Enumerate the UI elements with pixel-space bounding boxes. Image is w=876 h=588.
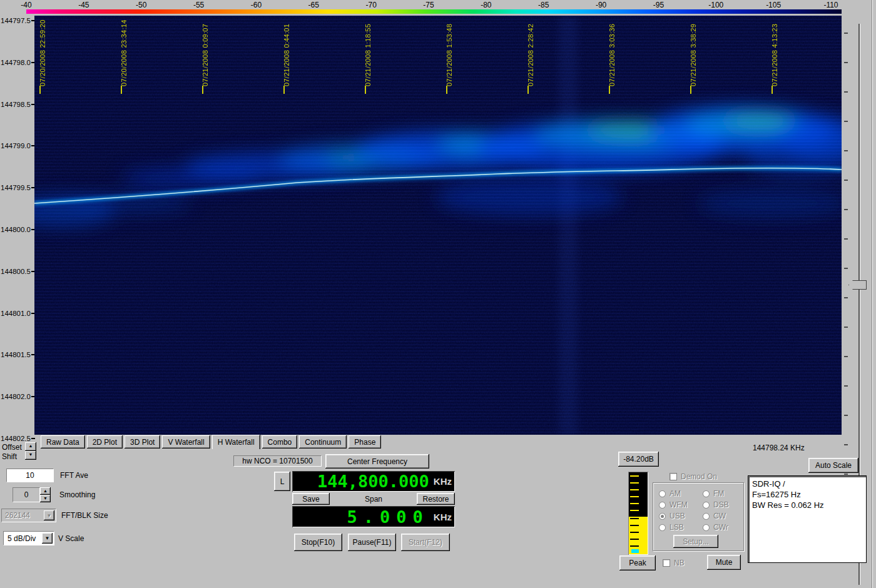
mode-label: AM — [670, 489, 681, 498]
waterfall-timestamp-tick — [365, 86, 366, 94]
device-name: SDR-IQ / — [752, 479, 862, 489]
radio-icon — [659, 502, 666, 509]
tab-continuum[interactable]: Continuum — [299, 435, 347, 449]
mode-radio-am[interactable]: AM — [659, 489, 681, 498]
hw-nco-readout: hw NCO = 10701500 — [233, 455, 322, 467]
pause-button[interactable]: Pause(F11) — [348, 534, 396, 551]
center-frequency-unit: KHz — [434, 476, 452, 487]
freq-axis-label: 144797.5 — [1, 16, 31, 25]
span-value: 5.000 — [347, 507, 429, 527]
v-scale-value: 5 dB/Div — [8, 534, 36, 543]
center-frequency-display[interactable]: 144,800.000 KHz — [292, 471, 455, 492]
smoothing-label: Smoothing — [59, 490, 95, 499]
freq-axis-label: 144800.0 — [1, 225, 31, 234]
spectravue-window: -40-45-50-55-60-65-70-75-80-85-90-95-100… — [0, 0, 876, 588]
waterfall-display[interactable]: 07/20/2008 22:59:2007/20/2008 23:34:1407… — [34, 16, 842, 435]
mode-radio-wfm[interactable]: WFM — [659, 500, 688, 509]
save-button[interactable]: Save — [292, 493, 330, 505]
freq-axis-label: 144799.0 — [1, 141, 31, 150]
peak-button[interactable]: Peak — [619, 555, 656, 570]
freq-axis-label: 144800.5 — [1, 267, 31, 276]
nb-checkbox[interactable]: NB — [663, 559, 685, 567]
waterfall-timestamp: 07/21/2008 3:38:29 — [690, 24, 697, 86]
fft-blk-value: 262144 — [5, 511, 30, 520]
tab-h-waterfall[interactable]: H Waterfall — [212, 435, 260, 449]
cursor-frequency-readout: 144798.24 KHz — [753, 444, 805, 452]
mode-label: USB — [670, 512, 685, 520]
span-label: Span — [349, 495, 399, 504]
checkbox-icon — [663, 559, 670, 567]
mode-radio-fm[interactable]: FM — [703, 489, 724, 498]
fft-blk-combo[interactable]: 262144 ▼ — [1, 509, 56, 522]
db-scale-label: -75 — [423, 1, 434, 9]
mode-label: CWr — [713, 523, 728, 532]
freq-axis-label: 144801.5 — [1, 350, 31, 359]
mode-radio-cwr[interactable]: CWr — [703, 523, 728, 532]
fft-blk-dropdown-button[interactable]: ▼ — [44, 510, 54, 520]
chevron-down-icon: ▼ — [29, 452, 33, 457]
vertical-slider-thumb[interactable] — [848, 280, 867, 290]
restore-button[interactable]: Restore — [417, 493, 455, 505]
db-scale-label: -40 — [21, 1, 31, 9]
radio-icon — [659, 490, 666, 497]
v-scale-dropdown-button[interactable]: ▼ — [42, 533, 53, 544]
smoothing-up-button[interactable]: ▲ — [40, 487, 51, 495]
tab-3d-plot[interactable]: 3D Plot — [125, 435, 160, 449]
waterfall-timestamp-tick — [39, 86, 41, 94]
frequency-axis: 144797.5144798.0144798.5144799.0144799.5… — [0, 16, 34, 454]
waterfall-timestamp-tick — [446, 86, 447, 94]
freq-axis-label: 144801.0 — [1, 309, 31, 318]
mute-button[interactable]: Mute — [707, 555, 741, 570]
waterfall-timestamp: 07/21/2008 0:09:07 — [201, 24, 209, 86]
span-display[interactable]: 5.000 KHz — [292, 506, 455, 527]
tab-raw-data[interactable]: Raw Data — [41, 435, 85, 449]
offset-shift-down-button[interactable]: ▼ — [25, 451, 36, 460]
radio-icon — [703, 490, 710, 497]
control-panel: Raw Data2D Plot3D PlotV WaterfallH Water… — [0, 435, 842, 588]
fft-ave-label: FFT Ave — [60, 471, 88, 480]
chevron-up-icon: ▲ — [43, 489, 48, 493]
chevron-down-icon: ▼ — [45, 535, 50, 541]
db-scale-label: -55 — [193, 1, 204, 9]
db-scale-label: -90 — [596, 1, 606, 9]
setup-button[interactable]: Setup... — [673, 535, 718, 548]
waterfall-timestamp-tick — [121, 86, 122, 94]
tab-combo[interactable]: Combo — [262, 435, 298, 449]
device-fs: Fs=16275 Hz — [752, 489, 862, 500]
demod-on-checkbox[interactable]: Demod On — [670, 472, 717, 481]
freq-axis-label-text: 144799.0 — [1, 142, 31, 150]
freq-axis-label-text: 144798.5 — [1, 101, 31, 108]
db-scale-label: -65 — [308, 1, 319, 9]
waterfall-timestamp-tick — [202, 86, 203, 94]
mode-label: DSB — [713, 500, 729, 509]
freq-axis-label-text: 144797.5 — [1, 17, 31, 24]
start-button[interactable]: Start(F12) — [401, 534, 450, 551]
mode-radio-usb[interactable]: USB — [659, 512, 685, 520]
fft-ave-input[interactable] — [6, 469, 54, 482]
checkbox-icon — [670, 473, 677, 480]
auto-scale-button[interactable]: Auto Scale — [808, 458, 858, 473]
db-scale-label: -95 — [653, 1, 664, 9]
freq-axis-label: 144798.5 — [1, 100, 31, 109]
device-bw-res: BW Res = 0.062 Hz — [752, 500, 862, 510]
freq-axis-label: 144798.0 — [1, 58, 31, 67]
v-scale-combo[interactable]: 5 dB/Div ▼ — [3, 531, 54, 545]
lock-l-button[interactable]: L — [274, 472, 290, 491]
tab-phase[interactable]: Phase — [349, 435, 381, 449]
db-scale-label: -50 — [136, 1, 146, 9]
offset-shift-up-button[interactable]: ▲ — [25, 442, 36, 451]
stop-button[interactable]: Stop(F10) — [294, 534, 342, 551]
tab-2d-plot[interactable]: 2D Plot — [87, 435, 123, 449]
level-readout-button[interactable]: -84.20dB — [618, 452, 659, 467]
smoothing-down-button[interactable]: ▼ — [40, 495, 51, 502]
db-colorbar — [26, 9, 842, 14]
freq-axis-label-text: 144800.0 — [1, 226, 31, 233]
center-frequency-button[interactable]: Center Frequency — [325, 454, 429, 469]
mode-radio-cw[interactable]: CW — [703, 512, 726, 520]
waterfall-timestamp-tick — [283, 86, 285, 94]
mode-radio-dsb[interactable]: DSB — [703, 500, 729, 509]
smoothing-value[interactable]: 0 — [13, 487, 40, 502]
tab-v-waterfall[interactable]: V Waterfall — [162, 435, 210, 449]
waterfall-timestamp: 07/21/2008 2:28:42 — [527, 24, 534, 86]
mode-radio-lsb[interactable]: LSB — [659, 523, 684, 532]
